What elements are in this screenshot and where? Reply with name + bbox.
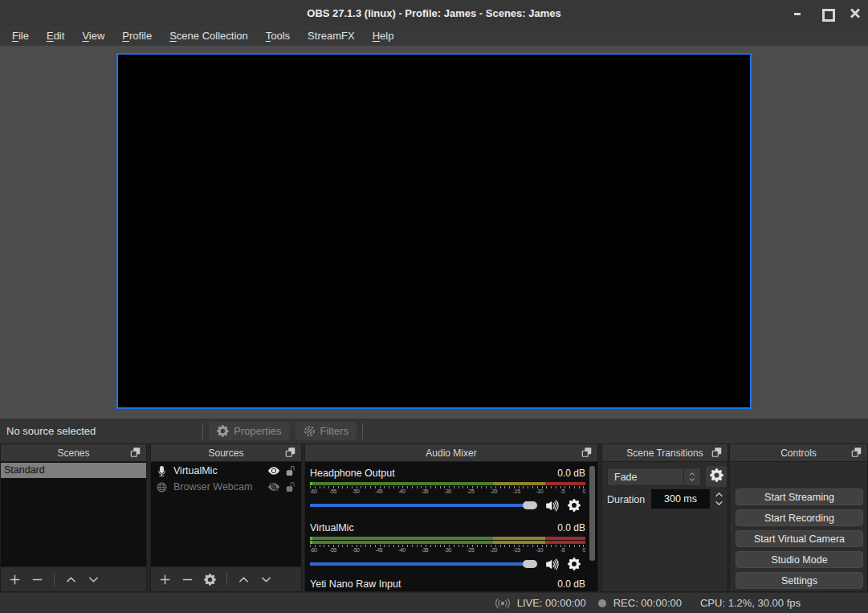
minimize-icon[interactable]: [793, 8, 802, 18]
sources-toolbar: [151, 566, 301, 591]
volume-slider[interactable]: [310, 501, 538, 509]
audio-mixer-header[interactable]: Audio Mixer: [305, 444, 597, 462]
volume-meter: [310, 541, 585, 544]
scene-transitions-header[interactable]: Scene Transitions: [602, 444, 727, 462]
chevron-up-icon: [715, 490, 723, 499]
source-move-down-button[interactable]: [260, 574, 272, 586]
menu-bar: FileEditViewProfileScene CollectionTools…: [0, 26, 868, 46]
mic-icon: [157, 466, 167, 476]
source-item[interactable]: VirtualMic: [151, 463, 301, 479]
controls-header[interactable]: Controls: [730, 444, 867, 462]
toolbar-separator: [362, 423, 363, 439]
scene-item[interactable]: Standard: [1, 463, 146, 478]
gear-icon: [710, 468, 723, 484]
source-remove-button[interactable]: [181, 574, 194, 586]
popout-icon[interactable]: [285, 447, 296, 458]
speaker-icon[interactable]: [545, 498, 560, 513]
scene-move-up-button[interactable]: [65, 574, 77, 586]
mixer-scrollbar[interactable]: [589, 466, 595, 561]
record-dot-icon: [598, 599, 606, 607]
gear-icon[interactable]: [568, 558, 581, 570]
scene-move-down-button[interactable]: [88, 574, 100, 586]
no-source-message: No source selected: [6, 425, 96, 437]
live-status: LIVE: 00:00:00: [517, 597, 586, 609]
duration-input[interactable]: 300 ms: [651, 489, 710, 509]
audio-mixer-title: Audio Mixer: [426, 447, 476, 459]
scene-add-button[interactable]: [9, 574, 21, 586]
meter-tick-labels: -60-55-50-45-40-35-30-25-20-15-10-50: [310, 488, 585, 496]
menu-edit[interactable]: Edit: [38, 26, 73, 46]
duration-spinner[interactable]: [711, 489, 726, 509]
title-bar[interactable]: OBS 27.1.3 (linux) - Profile: James - Sc…: [0, 0, 868, 26]
maximize-icon[interactable]: [821, 8, 831, 18]
source-properties-button[interactable]: [204, 574, 216, 586]
mixer-body: Headphone Output0.0 dB-60-55-50-45-40-35…: [310, 463, 585, 591]
start-recording-button[interactable]: Start Recording: [736, 509, 863, 526]
popout-icon[interactable]: [851, 447, 862, 458]
channel-name: Yeti Nano Raw Input: [310, 578, 401, 590]
source-name: VirtualMic: [173, 465, 262, 476]
sources-title: Sources: [208, 447, 243, 459]
controls-body: Start StreamingStart RecordingStart Virt…: [730, 463, 867, 591]
filter-icon: [304, 425, 316, 437]
eye-icon[interactable]: [268, 465, 279, 476]
transition-spinner[interactable]: [683, 468, 700, 485]
channel-name: VirtualMic: [310, 522, 354, 533]
cpu-fps-status: CPU: 1.2%, 30.00 fps: [700, 597, 801, 609]
volume-meter: [310, 482, 585, 485]
speaker-icon[interactable]: [545, 557, 560, 572]
popout-icon[interactable]: [711, 447, 723, 458]
status-bar: LIVE: 00:00:00 REC: 00:00:00 CPU: 1.2%, …: [0, 593, 868, 613]
mixer-channel: VirtualMic0.0 dB-60-55-50-45-40-35-30-25…: [310, 521, 585, 570]
source-item[interactable]: Browser Webcam: [151, 479, 301, 495]
menu-profile[interactable]: Profile: [113, 26, 161, 46]
studio-mode-button[interactable]: Studio Mode: [736, 551, 863, 568]
menu-tools[interactable]: Tools: [257, 26, 299, 46]
menu-file[interactable]: File: [3, 26, 38, 46]
slider-handle[interactable]: [523, 560, 537, 568]
meter-tick-labels: -60-55-50-45-40-35-30-25-20-15-10-50: [310, 547, 585, 554]
source-move-up-button[interactable]: [238, 574, 250, 586]
chevron-down-icon: [715, 499, 723, 508]
transition-properties-button[interactable]: [706, 466, 727, 487]
broadcast-icon: [495, 596, 510, 611]
menu-scene-collection[interactable]: Scene Collection: [161, 26, 257, 46]
properties-label: Properties: [234, 425, 281, 437]
mixer-channel: Yeti Nano Raw Input0.0 dB-60-55-50-45-40…: [310, 578, 585, 591]
popout-icon[interactable]: [130, 447, 141, 458]
sources-list: VirtualMicBrowser Webcam: [151, 463, 301, 566]
popout-icon[interactable]: [581, 447, 593, 458]
controls-title: Controls: [780, 447, 817, 459]
window-controls: [793, 0, 860, 26]
start-streaming-button[interactable]: Start Streaming: [736, 488, 863, 505]
toolbar-separator: [226, 573, 227, 586]
unlock-icon[interactable]: [286, 482, 295, 492]
volume-slider[interactable]: [310, 560, 538, 568]
properties-button[interactable]: Properties: [209, 422, 289, 440]
filters-button[interactable]: Filters: [295, 422, 357, 440]
sources-header[interactable]: Sources: [151, 444, 301, 462]
preview-canvas[interactable]: [116, 53, 752, 409]
unlock-icon[interactable]: [286, 466, 295, 476]
close-icon[interactable]: [850, 8, 860, 18]
scene-transitions-title: Scene Transitions: [626, 447, 703, 459]
scene-remove-button[interactable]: [31, 574, 43, 586]
start-virtual-camera-button[interactable]: Start Virtual Camera: [736, 530, 863, 547]
gear-icon[interactable]: [568, 499, 581, 512]
source-add-button[interactable]: [159, 574, 171, 586]
globe-icon: [157, 482, 167, 492]
audio-mixer-panel: Audio Mixer Headphone Output0.0 dB-60-55…: [304, 443, 598, 592]
controls-panel: Controls Start StreamingStart RecordingS…: [729, 443, 868, 592]
scenes-header[interactable]: Scenes: [1, 444, 146, 462]
menu-view[interactable]: View: [73, 26, 113, 46]
menu-streamfx[interactable]: StreamFX: [299, 26, 364, 46]
channel-name: Headphone Output: [310, 468, 395, 479]
eye-slash-icon[interactable]: [268, 481, 279, 492]
settings-button[interactable]: Settings: [736, 572, 863, 589]
source-name: Browser Webcam: [173, 481, 262, 492]
scene-transitions-panel: Scene Transitions Fade Duration 300 ms: [601, 443, 728, 592]
transition-select[interactable]: Fade: [607, 468, 701, 486]
slider-handle[interactable]: [523, 501, 537, 509]
menu-help[interactable]: Help: [364, 26, 403, 46]
toolbar-separator: [202, 423, 203, 439]
